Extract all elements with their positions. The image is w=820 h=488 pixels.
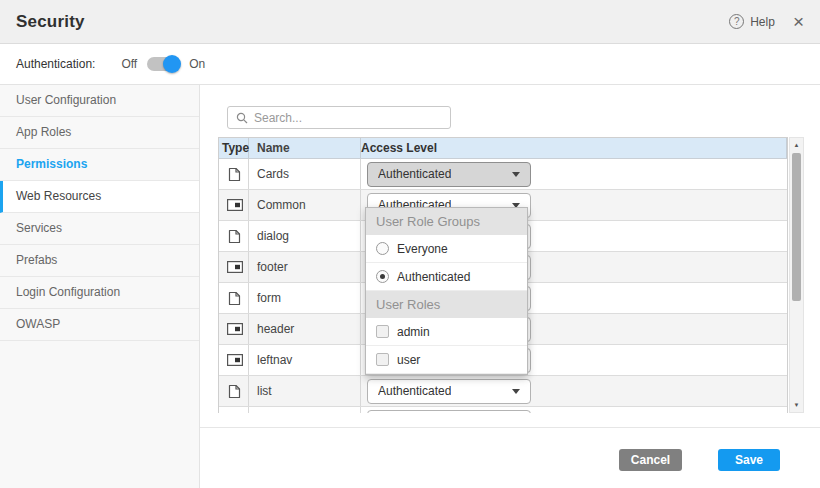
name-cell: header (249, 314, 361, 344)
chevron-down-icon (512, 389, 520, 394)
access-level-select[interactable]: Authenticated (367, 379, 531, 404)
search-icon (236, 112, 248, 124)
checkbox-icon[interactable] (376, 325, 389, 338)
resources-table: TypeNameAccess LevelCardsAuthenticatedCo… (218, 137, 804, 413)
authentication-label: Authentication: (16, 57, 95, 71)
name-cell: footer (249, 252, 361, 282)
name-cell (249, 407, 361, 413)
type-cell (219, 252, 249, 282)
sidebar: User ConfigurationApp RolesPermissionsWe… (0, 85, 200, 488)
footer-divider (200, 427, 820, 428)
toggle-off-label: Off (121, 57, 137, 71)
scroll-up-icon[interactable]: ▲ (790, 139, 803, 151)
partial-icon (227, 261, 243, 273)
type-cell (219, 314, 249, 344)
help-label: Help (750, 15, 775, 29)
main-panel: TypeNameAccess LevelCardsAuthenticatedCo… (200, 85, 820, 488)
type-cell (219, 283, 249, 313)
name-cell: dialog (249, 221, 361, 251)
authentication-bar: Authentication: Off On (0, 44, 820, 85)
page-icon (228, 384, 241, 399)
name-cell: leftnav (249, 345, 361, 375)
help-button[interactable]: ? Help (729, 14, 775, 29)
column-header-name: Name (249, 138, 361, 158)
access-level-select[interactable]: Authenticated (367, 162, 531, 187)
option-label: admin (397, 325, 430, 339)
header-actions: ? Help × (729, 12, 804, 31)
name-cell: form (249, 283, 361, 313)
page-title: Security (16, 12, 85, 32)
chevron-down-icon (512, 172, 520, 177)
help-icon: ? (729, 14, 744, 29)
access-cell: Authenticated (361, 376, 787, 406)
close-icon[interactable]: × (793, 12, 804, 31)
table-scrollbar[interactable]: ▲ ▼ (789, 137, 804, 413)
partial-icon (227, 354, 243, 366)
partial-icon (227, 323, 243, 335)
access-level-dropdown-panel: User Role GroupsEveryoneAuthenticatedUse… (365, 207, 528, 375)
sidebar-item-app-roles[interactable]: App Roles (0, 117, 199, 149)
access-cell: Authenticated (361, 159, 787, 189)
access-cell (361, 407, 787, 413)
table-row: listAuthenticated (219, 376, 787, 407)
toggle-on-label: On (189, 57, 205, 71)
name-cell: Cards (249, 159, 361, 189)
page-icon (228, 167, 241, 182)
page-icon (228, 229, 241, 244)
sidebar-item-login-configuration[interactable]: Login Configuration (0, 277, 199, 309)
dropdown-group-header: User Role Groups (366, 208, 527, 235)
name-cell: Common (249, 190, 361, 220)
access-level-value: Authenticated (378, 384, 451, 398)
sidebar-item-services[interactable]: Services (0, 213, 199, 245)
authentication-toggle[interactable] (147, 57, 179, 71)
option-label: Authenticated (397, 270, 470, 284)
access-level-select[interactable] (367, 410, 531, 414)
type-cell (219, 221, 249, 251)
dropdown-option-admin[interactable]: admin (366, 318, 527, 346)
search-box (227, 106, 451, 129)
save-button[interactable]: Save (718, 449, 780, 471)
dropdown-option-everyone[interactable]: Everyone (366, 235, 527, 263)
option-label: user (397, 353, 420, 367)
sidebar-item-owasp[interactable]: OWASP (0, 309, 199, 341)
toggle-knob (163, 55, 181, 73)
type-cell (219, 407, 249, 413)
option-label: Everyone (397, 242, 448, 256)
cancel-button[interactable]: Cancel (619, 449, 682, 471)
dropdown-option-authenticated[interactable]: Authenticated (366, 263, 527, 291)
radio-icon[interactable] (376, 242, 389, 255)
table-row: CardsAuthenticated (219, 159, 787, 190)
access-level-value: Authenticated (378, 167, 451, 181)
dropdown-option-user[interactable]: user (366, 346, 527, 374)
table-header-row: TypeNameAccess Level (219, 138, 787, 159)
type-cell (219, 345, 249, 375)
column-header-type: Type (219, 138, 249, 158)
sidebar-item-permissions[interactable]: Permissions (0, 149, 199, 181)
column-header-access-level: Access Level (361, 138, 787, 158)
partial-icon (227, 199, 243, 211)
type-cell (219, 376, 249, 406)
sidebar-item-prefabs[interactable]: Prefabs (0, 245, 199, 277)
sidebar-item-web-resources[interactable]: Web Resources (0, 181, 199, 213)
radio-icon[interactable] (376, 270, 389, 283)
scrollbar-thumb[interactable] (792, 153, 801, 301)
sidebar-item-user-configuration[interactable]: User Configuration (0, 85, 199, 117)
name-cell: list (249, 376, 361, 406)
scroll-down-icon[interactable]: ▼ (790, 399, 803, 411)
type-cell (219, 159, 249, 189)
security-dialog: Security ? Help × Authentication: Off On… (0, 0, 820, 488)
type-cell (219, 190, 249, 220)
dialog-header: Security ? Help × (0, 0, 820, 44)
search-input[interactable] (254, 111, 442, 125)
checkbox-icon[interactable] (376, 353, 389, 366)
table-row (219, 407, 787, 413)
page-icon (228, 291, 241, 306)
dropdown-group-header: User Roles (366, 291, 527, 318)
